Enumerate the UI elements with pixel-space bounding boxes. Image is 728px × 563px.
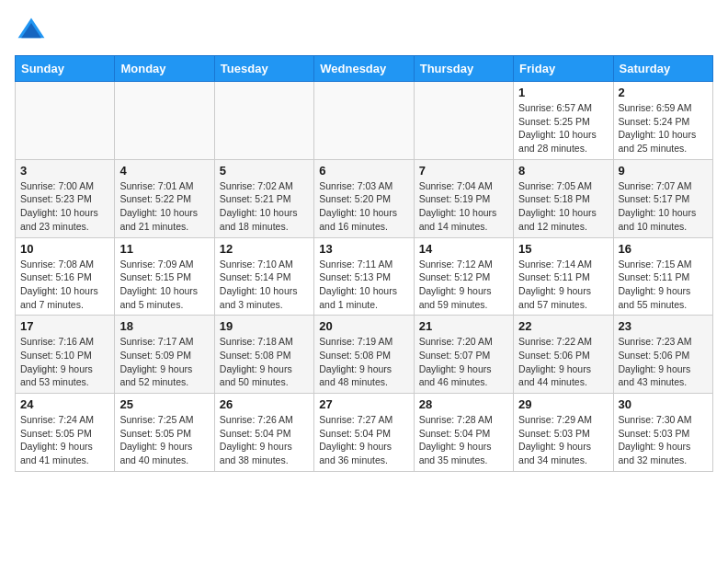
day-info: Sunrise: 7:02 AM Sunset: 5:21 PM Dayligh… xyxy=(220,179,309,234)
calendar-cell: 12Sunrise: 7:10 AM Sunset: 5:14 PM Dayli… xyxy=(214,237,313,316)
day-number: 13 xyxy=(319,242,408,256)
day-number: 28 xyxy=(419,397,508,411)
day-number: 27 xyxy=(319,397,408,411)
calendar-cell: 7Sunrise: 7:04 AM Sunset: 5:19 PM Daylig… xyxy=(414,159,513,237)
day-number: 10 xyxy=(20,242,109,256)
logo-icon xyxy=(15,15,48,48)
day-info: Sunrise: 7:26 AM Sunset: 5:04 PM Dayligh… xyxy=(220,413,309,467)
weekday-header-wednesday: Wednesday xyxy=(314,56,414,82)
calendar-cell: 27Sunrise: 7:27 AM Sunset: 5:04 PM Dayli… xyxy=(314,394,414,472)
calendar-cell xyxy=(115,82,214,160)
calendar-cell: 19Sunrise: 7:18 AM Sunset: 5:08 PM Dayli… xyxy=(214,316,313,394)
day-info: Sunrise: 7:15 AM Sunset: 5:11 PM Dayligh… xyxy=(619,258,708,312)
calendar-cell: 14Sunrise: 7:12 AM Sunset: 5:12 PM Dayli… xyxy=(414,237,513,316)
day-info: Sunrise: 7:22 AM Sunset: 5:06 PM Dayligh… xyxy=(518,335,608,389)
day-info: Sunrise: 7:17 AM Sunset: 5:09 PM Dayligh… xyxy=(119,335,209,389)
calendar-week-1: 1Sunrise: 6:57 AM Sunset: 5:25 PM Daylig… xyxy=(16,82,713,160)
calendar-cell: 11Sunrise: 7:09 AM Sunset: 5:15 PM Dayli… xyxy=(115,237,214,316)
calendar-cell: 13Sunrise: 7:11 AM Sunset: 5:13 PM Dayli… xyxy=(314,237,414,316)
day-info: Sunrise: 7:28 AM Sunset: 5:04 PM Dayligh… xyxy=(419,413,508,467)
weekday-header-saturday: Saturday xyxy=(613,56,712,82)
calendar-week-4: 17Sunrise: 7:16 AM Sunset: 5:10 PM Dayli… xyxy=(16,316,713,394)
day-number: 2 xyxy=(619,86,708,99)
day-number: 9 xyxy=(619,164,708,178)
day-info: Sunrise: 7:08 AM Sunset: 5:16 PM Dayligh… xyxy=(20,258,109,312)
weekday-header-friday: Friday xyxy=(514,56,613,82)
day-number: 15 xyxy=(518,242,608,256)
calendar-cell: 4Sunrise: 7:01 AM Sunset: 5:22 PM Daylig… xyxy=(115,159,214,237)
calendar-cell: 18Sunrise: 7:17 AM Sunset: 5:09 PM Dayli… xyxy=(115,316,214,394)
weekday-header-tuesday: Tuesday xyxy=(214,56,313,82)
day-number: 1 xyxy=(518,86,608,99)
calendar-cell: 20Sunrise: 7:19 AM Sunset: 5:08 PM Dayli… xyxy=(314,316,414,394)
day-number: 11 xyxy=(119,242,209,256)
calendar-cell: 21Sunrise: 7:20 AM Sunset: 5:07 PM Dayli… xyxy=(414,316,513,394)
day-number: 18 xyxy=(119,319,209,333)
weekday-header-thursday: Thursday xyxy=(414,56,513,82)
day-number: 30 xyxy=(619,397,708,411)
weekday-header-monday: Monday xyxy=(115,56,214,82)
calendar-cell: 24Sunrise: 7:24 AM Sunset: 5:05 PM Dayli… xyxy=(16,394,115,472)
day-number: 23 xyxy=(619,319,708,333)
day-info: Sunrise: 7:27 AM Sunset: 5:04 PM Dayligh… xyxy=(319,413,408,467)
day-info: Sunrise: 7:04 AM Sunset: 5:19 PM Dayligh… xyxy=(419,179,508,234)
calendar-cell xyxy=(414,82,513,160)
logo xyxy=(15,15,53,48)
calendar-header-row: SundayMondayTuesdayWednesdayThursdayFrid… xyxy=(16,56,713,82)
calendar-cell: 9Sunrise: 7:07 AM Sunset: 5:17 PM Daylig… xyxy=(613,159,712,237)
day-info: Sunrise: 7:18 AM Sunset: 5:08 PM Dayligh… xyxy=(220,335,309,389)
day-number: 20 xyxy=(319,319,408,333)
calendar-cell: 3Sunrise: 7:00 AM Sunset: 5:23 PM Daylig… xyxy=(16,159,115,237)
day-info: Sunrise: 7:16 AM Sunset: 5:10 PM Dayligh… xyxy=(20,335,109,389)
calendar-cell: 2Sunrise: 6:59 AM Sunset: 5:24 PM Daylig… xyxy=(613,82,712,160)
day-number: 21 xyxy=(419,319,508,333)
calendar-cell: 5Sunrise: 7:02 AM Sunset: 5:21 PM Daylig… xyxy=(214,159,313,237)
calendar-cell: 8Sunrise: 7:05 AM Sunset: 5:18 PM Daylig… xyxy=(514,159,613,237)
calendar-cell xyxy=(16,82,115,160)
day-number: 17 xyxy=(20,319,109,333)
day-number: 5 xyxy=(220,164,309,178)
calendar-body: 1Sunrise: 6:57 AM Sunset: 5:25 PM Daylig… xyxy=(16,82,713,472)
day-number: 14 xyxy=(419,242,508,256)
day-info: Sunrise: 7:01 AM Sunset: 5:22 PM Dayligh… xyxy=(119,179,209,234)
calendar-cell: 16Sunrise: 7:15 AM Sunset: 5:11 PM Dayli… xyxy=(613,237,712,316)
calendar-cell: 1Sunrise: 6:57 AM Sunset: 5:25 PM Daylig… xyxy=(514,82,613,160)
calendar-table: SundayMondayTuesdayWednesdayThursdayFrid… xyxy=(15,55,713,472)
day-number: 22 xyxy=(518,319,608,333)
day-info: Sunrise: 7:11 AM Sunset: 5:13 PM Dayligh… xyxy=(319,258,408,312)
calendar-cell: 22Sunrise: 7:22 AM Sunset: 5:06 PM Dayli… xyxy=(514,316,613,394)
day-info: Sunrise: 7:12 AM Sunset: 5:12 PM Dayligh… xyxy=(419,258,508,312)
day-number: 24 xyxy=(20,397,109,411)
day-number: 25 xyxy=(119,397,209,411)
day-info: Sunrise: 7:14 AM Sunset: 5:11 PM Dayligh… xyxy=(518,258,608,312)
day-number: 7 xyxy=(419,164,508,178)
calendar-week-2: 3Sunrise: 7:00 AM Sunset: 5:23 PM Daylig… xyxy=(16,159,713,237)
calendar-week-5: 24Sunrise: 7:24 AM Sunset: 5:05 PM Dayli… xyxy=(16,394,713,472)
day-info: Sunrise: 7:19 AM Sunset: 5:08 PM Dayligh… xyxy=(319,335,408,389)
day-info: Sunrise: 7:25 AM Sunset: 5:05 PM Dayligh… xyxy=(119,413,209,467)
page-header xyxy=(15,15,713,48)
day-number: 12 xyxy=(220,242,309,256)
day-info: Sunrise: 7:20 AM Sunset: 5:07 PM Dayligh… xyxy=(419,335,508,389)
day-info: Sunrise: 7:23 AM Sunset: 5:06 PM Dayligh… xyxy=(619,335,708,389)
calendar-cell: 23Sunrise: 7:23 AM Sunset: 5:06 PM Dayli… xyxy=(613,316,712,394)
calendar-cell: 26Sunrise: 7:26 AM Sunset: 5:04 PM Dayli… xyxy=(214,394,313,472)
calendar-cell: 15Sunrise: 7:14 AM Sunset: 5:11 PM Dayli… xyxy=(514,237,613,316)
day-number: 4 xyxy=(119,164,209,178)
day-info: Sunrise: 7:29 AM Sunset: 5:03 PM Dayligh… xyxy=(518,413,608,467)
calendar-cell: 28Sunrise: 7:28 AM Sunset: 5:04 PM Dayli… xyxy=(414,394,513,472)
calendar-cell xyxy=(214,82,313,160)
day-number: 3 xyxy=(20,164,109,178)
day-info: Sunrise: 7:24 AM Sunset: 5:05 PM Dayligh… xyxy=(20,413,109,467)
day-info: Sunrise: 7:03 AM Sunset: 5:20 PM Dayligh… xyxy=(319,179,408,234)
day-number: 8 xyxy=(518,164,608,178)
calendar-cell xyxy=(314,82,414,160)
calendar-cell: 29Sunrise: 7:29 AM Sunset: 5:03 PM Dayli… xyxy=(514,394,613,472)
day-number: 6 xyxy=(319,164,408,178)
day-info: Sunrise: 7:07 AM Sunset: 5:17 PM Dayligh… xyxy=(619,179,708,234)
calendar-cell: 17Sunrise: 7:16 AM Sunset: 5:10 PM Dayli… xyxy=(16,316,115,394)
day-info: Sunrise: 6:59 AM Sunset: 5:24 PM Dayligh… xyxy=(619,101,708,155)
day-number: 16 xyxy=(619,242,708,256)
calendar-week-3: 10Sunrise: 7:08 AM Sunset: 5:16 PM Dayli… xyxy=(16,237,713,316)
day-info: Sunrise: 6:57 AM Sunset: 5:25 PM Dayligh… xyxy=(518,101,608,155)
